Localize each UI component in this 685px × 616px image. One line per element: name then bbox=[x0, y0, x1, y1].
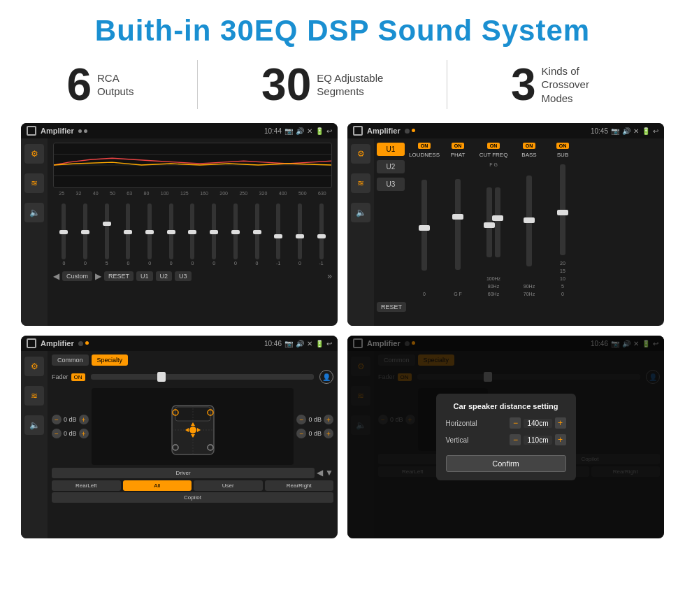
db-plus-fr[interactable]: + bbox=[324, 415, 333, 424]
arrow-left-icon[interactable]: ◀ bbox=[317, 468, 323, 478]
cutfreq-fader1[interactable] bbox=[486, 187, 492, 257]
eq-u2-btn[interactable]: U2 bbox=[156, 271, 173, 281]
tune-icon: ⚙ bbox=[31, 149, 38, 159]
dot2 bbox=[84, 129, 87, 133]
all-btn[interactable]: All bbox=[123, 480, 192, 491]
db-control-fr: − 0 dB + bbox=[296, 415, 333, 424]
slider-4[interactable]: 0 bbox=[122, 203, 134, 266]
speaker-dialog-screen: Amplifier 10:46 📷 🔊 ✕ 🔋 ↩ bbox=[347, 336, 664, 538]
slider-5[interactable]: 0 bbox=[143, 203, 156, 266]
db-minus-rl[interactable]: − bbox=[52, 429, 62, 438]
slider-6[interactable]: 0 bbox=[165, 203, 178, 266]
sub-strip: ON SUB 20 15 10 5 0 bbox=[547, 143, 578, 296]
eq-app-name: Amplifier bbox=[41, 127, 74, 135]
eq-wave-btn[interactable]: ≋ bbox=[24, 173, 44, 193]
eq-prev[interactable]: ◀ bbox=[53, 271, 59, 281]
eq-next[interactable]: ▶ bbox=[95, 271, 101, 281]
svg-point-11 bbox=[189, 427, 196, 434]
slider-1[interactable]: 0 bbox=[57, 203, 70, 266]
camera-icon: 📷 bbox=[284, 127, 293, 135]
slider-7[interactable]: 0 bbox=[186, 203, 199, 266]
loudness-on[interactable]: ON bbox=[418, 143, 431, 149]
db-control-rl: − 0 dB + bbox=[52, 429, 89, 438]
user-profile-icon[interactable]: 👤 bbox=[319, 370, 333, 384]
home-icon[interactable] bbox=[27, 126, 36, 136]
speaker-pos-status-bar: Amplifier 10:46 📷 🔊 ✕ 🔋 ↩ bbox=[21, 336, 338, 351]
cutfreq-fader2[interactable] bbox=[495, 187, 500, 257]
db-value-rr: 0 dB bbox=[308, 430, 322, 437]
slider-3[interactable]: 5 bbox=[101, 203, 113, 266]
sub-label: SUB bbox=[557, 152, 568, 158]
crossover-speaker-btn[interactable]: 🔈 bbox=[351, 203, 370, 222]
arrow-down-icon[interactable]: ▼ bbox=[325, 468, 333, 478]
crossover-wave-btn[interactable]: ≋ bbox=[351, 173, 370, 193]
eq-reset-btn[interactable]: RESET bbox=[104, 271, 134, 281]
user-btn[interactable]: User bbox=[194, 480, 263, 491]
crossover-reset-btn[interactable]: RESET bbox=[377, 302, 406, 312]
common-tab[interactable]: Common bbox=[52, 354, 89, 366]
specialty-tab[interactable]: Specialty bbox=[92, 354, 129, 366]
expand-icon[interactable]: » bbox=[327, 271, 332, 281]
crossover-u1-btn[interactable]: U1 bbox=[377, 143, 405, 156]
crossover-main: U1 U2 U3 ON LOUDNESS bbox=[374, 138, 664, 326]
vertical-plus-btn[interactable]: + bbox=[555, 434, 566, 445]
vertical-minus-btn[interactable]: − bbox=[510, 434, 521, 445]
slider-2[interactable]: 0 bbox=[79, 203, 92, 266]
stat-divider-2 bbox=[447, 60, 447, 109]
freq-32: 32 bbox=[76, 191, 82, 196]
slider-10[interactable]: 0 bbox=[251, 203, 264, 266]
slider-12[interactable]: 0 bbox=[294, 203, 306, 266]
eq-speaker-btn[interactable]: 🔈 bbox=[24, 203, 44, 222]
back-icon-2[interactable]: ↩ bbox=[653, 127, 658, 135]
crossover-screen: Amplifier 10:45 📷 🔊 ✕ 🔋 ↩ bbox=[347, 123, 664, 326]
slider-8[interactable]: 0 bbox=[208, 203, 220, 266]
eq-u3-btn[interactable]: U3 bbox=[175, 271, 192, 281]
rearleft-btn[interactable]: RearLeft bbox=[52, 480, 121, 491]
home-icon-2[interactable] bbox=[353, 126, 363, 136]
slider-11[interactable]: -1 bbox=[272, 203, 284, 266]
crossover-u2-btn[interactable]: U2 bbox=[377, 160, 405, 173]
driver-btn[interactable]: Driver bbox=[52, 468, 315, 478]
crossover-u3-btn[interactable]: U3 bbox=[377, 178, 405, 191]
db-minus-rr[interactable]: − bbox=[296, 429, 306, 438]
eq-screen: Amplifier 10:44 📷 🔊 ✕ 🔋 ↩ bbox=[21, 123, 338, 326]
sub-fader[interactable] bbox=[560, 164, 565, 255]
crossover-tune-btn[interactable]: ⚙ bbox=[351, 144, 370, 164]
bass-on[interactable]: ON bbox=[523, 143, 536, 149]
loudness-fader[interactable] bbox=[421, 180, 427, 271]
speaker-wave-btn[interactable]: ≋ bbox=[24, 386, 44, 406]
freq-80: 80 bbox=[144, 191, 150, 196]
eq-tune-btn[interactable]: ⚙ bbox=[24, 144, 44, 164]
phat-on[interactable]: ON bbox=[452, 143, 465, 149]
db-plus-rl[interactable]: + bbox=[79, 429, 89, 438]
speaker-speaker-btn[interactable]: 🔈 bbox=[24, 415, 44, 435]
freq-250: 250 bbox=[239, 191, 247, 196]
phat-fader[interactable] bbox=[455, 179, 461, 270]
volume-icon: 🔊 bbox=[296, 127, 304, 135]
confirm-button[interactable]: Confirm bbox=[446, 455, 566, 472]
home-icon-3[interactable] bbox=[27, 338, 36, 348]
db-plus-rr[interactable]: + bbox=[324, 429, 333, 438]
cutfreq-on[interactable]: ON bbox=[487, 143, 500, 149]
stat-number-crossover: 3 bbox=[511, 62, 536, 107]
slider-13[interactable]: -1 bbox=[315, 203, 328, 266]
eq-freq-labels: 25 32 40 50 63 80 100 125 160 200 250 32… bbox=[53, 191, 332, 196]
speaker-tune-btn[interactable]: ⚙ bbox=[24, 357, 44, 376]
rearright-btn[interactable]: RearRight bbox=[265, 480, 334, 491]
slider-9[interactable]: 0 bbox=[229, 203, 242, 266]
dot6 bbox=[85, 341, 89, 345]
eq-u1-btn[interactable]: U1 bbox=[136, 271, 153, 281]
crossover-status-bar: Amplifier 10:45 📷 🔊 ✕ 🔋 ↩ bbox=[347, 123, 664, 138]
db-minus-fr[interactable]: − bbox=[296, 415, 306, 424]
horizontal-minus-btn[interactable]: − bbox=[510, 417, 521, 429]
horizontal-plus-btn[interactable]: + bbox=[555, 417, 566, 429]
copilot-btn[interactable]: Copilot bbox=[52, 492, 333, 503]
db-plus-fl[interactable]: + bbox=[79, 415, 89, 424]
bass-fader[interactable] bbox=[526, 176, 532, 266]
back-icon[interactable]: ↩ bbox=[326, 127, 332, 135]
back-icon-3[interactable]: ↩ bbox=[326, 340, 332, 348]
freq-630: 630 bbox=[318, 191, 326, 196]
fader-on-btn[interactable]: ON bbox=[71, 373, 85, 381]
sub-on[interactable]: ON bbox=[556, 143, 570, 149]
db-minus-fl[interactable]: − bbox=[52, 415, 62, 424]
